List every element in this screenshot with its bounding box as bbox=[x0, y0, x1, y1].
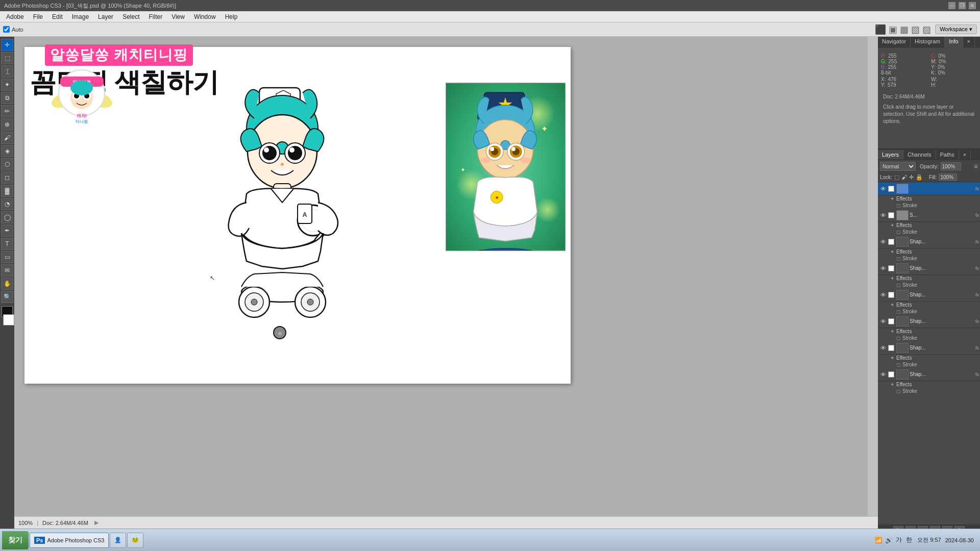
auto-checkbox[interactable] bbox=[3, 26, 10, 33]
close-button[interactable]: ✕ bbox=[969, 2, 976, 9]
eyedropper-tool[interactable]: ✏ bbox=[1, 105, 13, 117]
minimize-button[interactable]: − bbox=[948, 2, 955, 9]
forward-arrow[interactable]: ▶ bbox=[94, 519, 99, 526]
tab-paths[interactable]: Paths bbox=[936, 150, 959, 159]
eraser-tool[interactable]: ◻ bbox=[1, 171, 13, 184]
stroke-icon-3: ◻ bbox=[890, 256, 900, 261]
crop-tool[interactable]: ⧉ bbox=[1, 92, 13, 104]
layer-fx-1[interactable]: fx bbox=[975, 186, 979, 191]
tab-close[interactable]: × bbox=[963, 37, 975, 48]
layer-checkbox-7[interactable] bbox=[888, 345, 894, 351]
stroke-icon-6: ◻ bbox=[890, 335, 900, 341]
layer-row-8[interactable]: 👁 Shap... fx bbox=[878, 368, 980, 381]
auto-label: Auto bbox=[12, 27, 23, 33]
right-panel: Navigator Histogram Info × R: 255 G: 255 bbox=[878, 37, 980, 536]
layer-row-7[interactable]: 👁 Shap... fx bbox=[878, 341, 980, 355]
layer-row-2[interactable]: 👁 S... fx bbox=[878, 209, 980, 222]
eye-icon-5[interactable]: 👁 bbox=[879, 291, 887, 299]
menu-view[interactable]: View bbox=[167, 12, 189, 21]
layer-checkbox-2[interactable] bbox=[888, 212, 894, 218]
layer-fx-5[interactable]: fx bbox=[975, 292, 979, 297]
fill-input[interactable] bbox=[939, 173, 957, 181]
eye-icon-6[interactable]: 👁 bbox=[879, 317, 887, 325]
move-tool[interactable]: ✛ bbox=[1, 39, 13, 51]
dodge-tool[interactable]: ◯ bbox=[1, 211, 13, 223]
layer-thumb-8 bbox=[896, 369, 909, 380]
layer-checkbox-5[interactable] bbox=[888, 292, 894, 298]
layer-row-5[interactable]: 👁 Shap... fx bbox=[878, 288, 980, 302]
menu-select[interactable]: Select bbox=[118, 12, 143, 21]
restore-button[interactable]: ❐ bbox=[959, 2, 966, 9]
menu-image[interactable]: Image bbox=[68, 12, 93, 21]
pen-tool[interactable]: ✒ bbox=[1, 224, 13, 237]
layer-row-6[interactable]: 👁 Shap... fx bbox=[878, 315, 980, 328]
layer-fx-7[interactable]: fx bbox=[975, 345, 979, 350]
layer-fx-2[interactable]: fx bbox=[975, 213, 979, 218]
eye-icon-8[interactable]: 👁 bbox=[879, 370, 887, 379]
layer-checkbox-8[interactable] bbox=[888, 371, 894, 378]
menu-layer[interactable]: Layer bbox=[94, 12, 117, 21]
blur-tool[interactable]: ◔ bbox=[1, 198, 13, 210]
taskbar-photoshop[interactable]: Ps Adobe Photoshop CS3 bbox=[30, 533, 109, 548]
brush-tool[interactable]: 🖌 bbox=[1, 132, 13, 144]
menu-window[interactable]: Window bbox=[190, 12, 220, 21]
opacity-input[interactable] bbox=[941, 162, 961, 170]
start-button[interactable]: 찾기 bbox=[2, 531, 29, 549]
panel-menu-icon[interactable]: ≡ bbox=[974, 162, 978, 170]
gradient-tool[interactable]: ▓ bbox=[1, 185, 13, 197]
layer-fx-8[interactable]: fx bbox=[975, 372, 979, 377]
notes-tool[interactable]: ✉ bbox=[1, 264, 13, 277]
layer-checkbox-1[interactable] bbox=[888, 186, 894, 192]
layer-checkbox-6[interactable] bbox=[888, 318, 894, 324]
layer-row-3[interactable]: 👁 Shap... fx bbox=[878, 235, 980, 248]
tab-info[interactable]: Info bbox=[945, 37, 963, 48]
hand-tool[interactable]: ✋ bbox=[1, 278, 13, 290]
blend-mode-select[interactable]: Normal Multiply Screen bbox=[880, 162, 916, 171]
lock-position[interactable]: ✛ bbox=[909, 174, 914, 181]
eye-icon-2[interactable]: 👁 bbox=[879, 211, 887, 219]
menu-help[interactable]: Help bbox=[221, 12, 242, 21]
layer-fx-6[interactable]: fx bbox=[975, 319, 979, 324]
menu-adobe[interactable]: Adobe bbox=[2, 12, 28, 21]
canvas-area: 알쏭달쏭 캐치티니핑 꼼닥핑 색칠하기 알쏭달쏭 bbox=[14, 37, 878, 536]
shape-tool[interactable]: ▭ bbox=[1, 251, 13, 263]
lock-image[interactable]: 🖌 bbox=[901, 174, 907, 180]
layer-fx-4[interactable]: fx bbox=[975, 266, 979, 271]
marquee-tool[interactable]: ⬚ bbox=[1, 52, 13, 64]
layer-checkbox-4[interactable] bbox=[888, 265, 894, 271]
text-tool[interactable]: T bbox=[1, 238, 13, 250]
layer-fx-3[interactable]: fx bbox=[975, 239, 979, 244]
tab-layers-close[interactable]: × bbox=[959, 150, 971, 159]
tray-ime-icon: 가 bbox=[895, 536, 903, 544]
menu-file[interactable]: File bbox=[29, 12, 47, 21]
zoom-tool[interactable]: 🔍 bbox=[1, 291, 13, 303]
tab-layers[interactable]: Layers bbox=[878, 150, 903, 159]
menu-filter[interactable]: Filter bbox=[144, 12, 166, 21]
magic-wand-tool[interactable]: ✦ bbox=[1, 79, 13, 91]
layer-row-4[interactable]: 👁 Shap... fx bbox=[878, 262, 980, 275]
taskbar-frog[interactable]: 🐸 bbox=[127, 533, 143, 548]
lasso-tool[interactable]: ⌶ bbox=[1, 65, 13, 78]
stroke-label-5: Stroke bbox=[902, 309, 917, 314]
layer-checkbox-3[interactable] bbox=[888, 239, 894, 245]
tab-channels[interactable]: Channels bbox=[903, 150, 936, 159]
history-tool[interactable]: ⬡ bbox=[1, 158, 13, 170]
eye-icon-4[interactable]: 👁 bbox=[879, 264, 887, 272]
workspace-button[interactable]: Workspace ▾ bbox=[935, 24, 977, 34]
background-color[interactable] bbox=[3, 314, 14, 325]
healing-tool[interactable]: ⊕ bbox=[1, 118, 13, 131]
eye-icon-1[interactable]: 👁 bbox=[879, 185, 887, 193]
svg-point-22 bbox=[288, 146, 302, 160]
lock-transparent[interactable]: ⬚ bbox=[894, 174, 899, 181]
eye-icon-7[interactable]: 👁 bbox=[879, 344, 887, 352]
taskbar-character[interactable]: 👤 bbox=[110, 533, 126, 548]
clone-tool[interactable]: ◈ bbox=[1, 145, 13, 157]
tab-histogram[interactable]: Histogram bbox=[911, 37, 945, 48]
menu-edit[interactable]: Edit bbox=[48, 12, 67, 21]
eye-icon-3[interactable]: 👁 bbox=[879, 238, 887, 246]
info-h-row: H: bbox=[931, 82, 977, 88]
tab-navigator[interactable]: Navigator bbox=[878, 37, 911, 48]
layer-row-1[interactable]: 👁 fx bbox=[878, 182, 980, 195]
taskbar-frog-icon: 🐸 bbox=[132, 537, 139, 543]
lock-all[interactable]: 🔒 bbox=[916, 174, 923, 181]
